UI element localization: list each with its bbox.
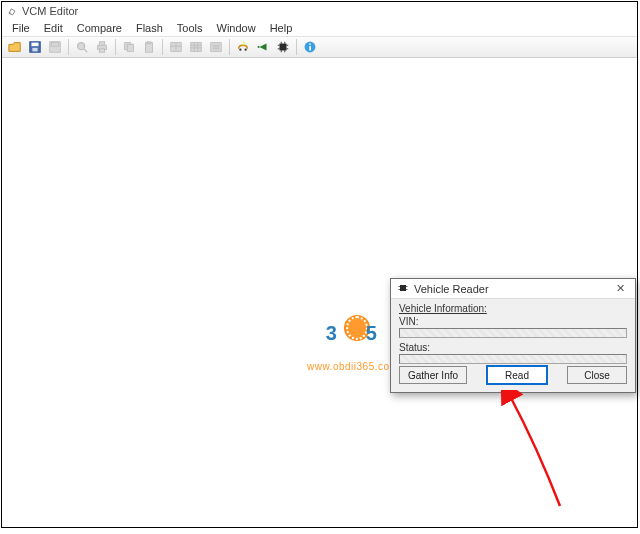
svg-rect-13 [146,43,153,53]
menu-edit[interactable]: Edit [38,22,69,34]
read-vehicle-icon[interactable] [234,38,252,56]
vehicle-reader-dialog: Vehicle Reader ✕ Vehicle Information: VI… [390,278,636,393]
dialog-title: Vehicle Reader [414,283,489,295]
close-icon[interactable]: ✕ [609,282,631,296]
table-icon [167,38,185,56]
menu-compare[interactable]: Compare [71,22,128,34]
menu-file[interactable]: File [6,22,36,34]
svg-point-28 [244,48,246,50]
app-icon [6,5,18,17]
dialog-titlebar: Vehicle Reader ✕ [391,279,635,299]
info-icon[interactable] [301,38,319,56]
status-field [399,354,627,364]
save-icon[interactable] [26,38,44,56]
app-window: VCM Editor File Edit Compare Flash Tools… [1,1,638,528]
svg-point-27 [239,48,241,50]
menu-help[interactable]: Help [264,22,299,34]
toolbar-sep [162,39,163,55]
paste-icon [140,38,158,56]
toolbar-sep [229,39,230,55]
chip-icon[interactable] [274,38,292,56]
svg-rect-3 [32,48,37,52]
titlebar: VCM Editor [2,2,637,20]
list-icon [207,38,225,56]
svg-line-7 [84,49,88,53]
saveas-icon [46,38,64,56]
svg-rect-2 [32,43,39,47]
vin-label: VIN: [399,316,418,327]
app-title: VCM Editor [22,5,78,17]
toolbar [2,36,637,58]
menubar: File Edit Compare Flash Tools Window Hel… [2,20,637,36]
toolbar-sep [68,39,69,55]
svg-marker-29 [260,44,267,51]
watermark-logo: 3 5 www.obdii365.com [307,317,398,372]
svg-rect-9 [99,42,104,46]
read-button[interactable]: Read [487,366,547,384]
grid-icon [187,38,205,56]
search-icon [73,38,91,56]
open-icon[interactable] [6,38,24,56]
svg-rect-12 [127,44,133,51]
gather-info-button[interactable]: Gather Info [399,366,467,384]
menu-tools[interactable]: Tools [171,22,209,34]
svg-rect-41 [309,46,311,50]
svg-rect-30 [258,46,260,48]
toolbar-sep [115,39,116,55]
workspace: 3 5 www.obdii365.com Vehicle Reader ✕ Ve… [2,58,637,527]
svg-rect-43 [400,285,406,291]
status-label: Status: [399,342,430,353]
vehicle-info-heading: Vehicle Information: [399,303,627,314]
menu-flash[interactable]: Flash [130,22,169,34]
dialog-icon [397,282,409,296]
annotation-arrow [468,390,566,510]
print-icon [93,38,111,56]
vin-field [399,328,627,338]
menu-window[interactable]: Window [211,22,262,34]
write-vehicle-icon[interactable] [254,38,272,56]
svg-point-0 [9,12,11,14]
svg-rect-5 [52,43,59,47]
copy-icon [120,38,138,56]
watermark-url: www.obdii365.com [307,361,398,372]
svg-point-42 [309,43,311,45]
toolbar-sep [296,39,297,55]
svg-rect-10 [99,49,104,53]
close-button[interactable]: Close [567,366,627,384]
svg-rect-18 [191,43,202,52]
svg-rect-31 [280,44,287,51]
svg-rect-14 [147,42,151,44]
svg-point-6 [78,43,85,50]
